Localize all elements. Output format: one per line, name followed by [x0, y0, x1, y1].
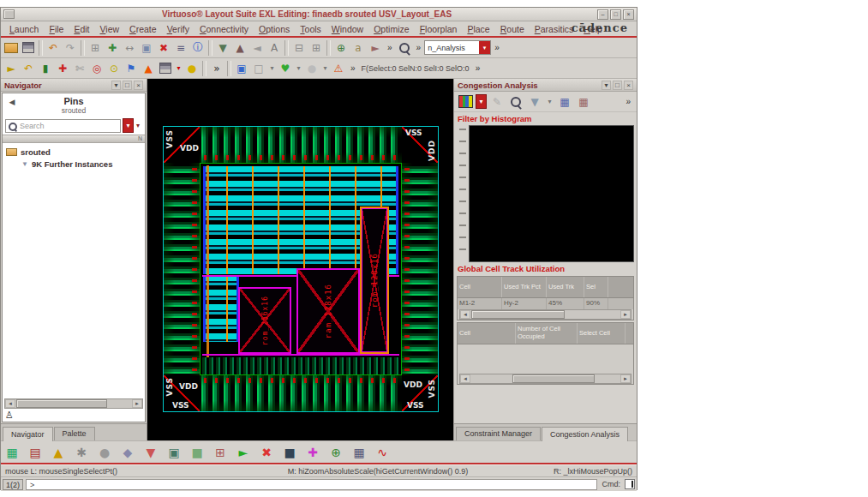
search-input[interactable]: Search [5, 119, 121, 133]
favorites-dropdown[interactable]: ▾ [294, 60, 303, 77]
add-via-icon[interactable]: ✚ [303, 443, 322, 462]
favorites-icon[interactable]: ♥ [277, 60, 294, 77]
menu-verify[interactable]: Verify [162, 23, 195, 35]
navigator-close-icon[interactable]: × [134, 81, 143, 90]
congestion-close-icon[interactable]: × [624, 81, 633, 90]
save-state-dropdown[interactable]: ▾ [174, 60, 183, 77]
probe-icon[interactable]: ► [367, 39, 384, 57]
scroll-right-icon[interactable]: ► [620, 310, 631, 319]
descend-icon[interactable]: ▼ [214, 39, 231, 57]
flame-icon[interactable]: ▲ [140, 60, 157, 77]
menu-launch[interactable]: Launch [4, 23, 44, 35]
collapse-icon[interactable]: ⊞ [308, 39, 325, 57]
menu-options[interactable]: Options [254, 23, 295, 35]
chip-die[interactable]: VSS VDD VSS VDD VSS VDD VSS VDD VSS [163, 126, 439, 412]
sphere-icon[interactable]: ● [95, 443, 114, 462]
lock-icon[interactable]: ⊙ [105, 60, 123, 77]
congestion-float-icon[interactable]: □ [613, 81, 622, 90]
macro-rom-128x16[interactable]: rom_128x16 [360, 207, 389, 354]
tab-congestion-analysis[interactable]: Congestion Analysis [542, 427, 628, 441]
navigator-menu-icon[interactable]: ▾ [111, 81, 121, 90]
macro-rom-256x16[interactable]: rom_256x16 [238, 287, 291, 354]
properties-icon[interactable]: ≡ [172, 39, 189, 57]
funnel-dropdown[interactable]: ▾ [545, 93, 554, 111]
macro-ram-128x16[interactable]: ram_128x16 [296, 268, 360, 354]
back-button[interactable]: ◀ [6, 96, 18, 108]
menu-file[interactable]: File [44, 23, 69, 35]
scroll-right-icon[interactable]: ► [620, 374, 631, 383]
congestion-map-icon[interactable] [457, 93, 474, 111]
scroll-thumb[interactable] [471, 310, 565, 319]
info-icon[interactable]: ⓘ [189, 39, 207, 57]
undo-icon[interactable]: ↶ [45, 39, 62, 57]
menu-edit[interactable]: Edit [69, 23, 94, 35]
warning-icon[interactable]: ⚠ [330, 60, 347, 77]
table-row[interactable]: M1-2 Hy-2 45% 90% [458, 298, 633, 309]
close-button[interactable]: × [623, 9, 634, 20]
text-label-icon[interactable]: A [266, 39, 283, 57]
column-header[interactable]: Cell [458, 277, 502, 297]
floorplan-icon[interactable]: ▤ [26, 443, 45, 462]
window-tool-icon[interactable]: ▣ [165, 443, 183, 462]
connect-icon[interactable]: ⊕ [326, 443, 345, 462]
scroll-left-icon[interactable]: ◄ [460, 374, 470, 383]
search-filter-button[interactable]: ▾ [123, 118, 134, 133]
minimize-button[interactable]: – [597, 9, 608, 20]
edit-filter-icon[interactable]: ✎ [488, 93, 506, 111]
congestion-menu-icon[interactable]: ▾ [602, 81, 611, 90]
menu-window[interactable]: Window [326, 23, 368, 35]
selection-mode-icon[interactable]: ► [3, 60, 20, 77]
toolbar1-overflow-chevron[interactable]: » [384, 43, 396, 52]
histogram-plot[interactable] [469, 125, 634, 262]
save-state-icon[interactable] [157, 60, 174, 77]
table2-hscrollbar[interactable]: ◄ ► [459, 374, 632, 384]
scroll-right-icon[interactable]: ► [132, 399, 142, 408]
search-options-dropdown[interactable]: ▾ [134, 122, 142, 129]
edit-in-place-icon[interactable]: ◄ [248, 39, 266, 57]
window-icon[interactable]: ▣ [233, 60, 250, 77]
wire-assist-icon[interactable]: ✱ [72, 443, 91, 462]
menu-floorplan[interactable]: Floorplan [415, 23, 463, 35]
search-overflow-chevron[interactable]: » [413, 43, 425, 52]
congestion-overflow-chevron[interactable]: » [622, 97, 634, 106]
stretch-icon[interactable]: ↔ [121, 39, 138, 57]
window-menu-icon[interactable] [3, 9, 15, 19]
placement-icon[interactable]: ▦ [3, 443, 21, 462]
scroll-left-icon[interactable]: ◄ [5, 399, 15, 408]
bulb-icon[interactable]: ● [183, 60, 201, 77]
ruler-icon[interactable]: ▮ [37, 60, 54, 77]
status-ball-icon[interactable]: ● [303, 60, 320, 77]
search-tool-icon[interactable] [396, 39, 413, 57]
copy-icon[interactable]: ▣ [138, 39, 155, 57]
chart-view-icon[interactable]: ▦ [575, 93, 592, 111]
cell-icon[interactable]: ■ [188, 443, 207, 462]
move-icon[interactable]: ✚ [104, 39, 121, 57]
layout-canvas[interactable]: VSS VDD VSS VDD VSS VDD VSS VDD VSS [147, 79, 453, 440]
open-design-icon[interactable] [3, 39, 20, 57]
column-header[interactable]: Used Trk [547, 277, 584, 297]
flag-icon[interactable]: ⚑ [123, 60, 140, 77]
tab-palette[interactable]: Palette [54, 427, 95, 440]
column-header[interactable]: Cell [458, 323, 516, 344]
delete-icon[interactable]: ✖ [155, 39, 172, 57]
pin-placement-icon[interactable]: ▲ [49, 443, 68, 462]
navigator-float-icon[interactable]: □ [123, 81, 132, 90]
navigator-hscrollbar[interactable]: ◄ ► [4, 398, 143, 409]
congestion-map-dropdown[interactable]: ▾ [476, 94, 487, 109]
tab-navigator[interactable]: Navigator [3, 427, 53, 441]
drc-icon[interactable]: ✖ [257, 443, 276, 462]
save-icon[interactable] [20, 39, 37, 57]
table1-hscrollbar[interactable]: ◄ ► [459, 309, 632, 320]
combo-overflow-chevron[interactable]: » [491, 43, 503, 52]
maximize-button[interactable]: □ [610, 9, 621, 20]
menu-route[interactable]: Route [495, 23, 530, 35]
run-icon[interactable]: ► [234, 443, 253, 462]
column-header[interactable]: Used Trk Pct [502, 277, 547, 297]
cut-icon[interactable]: ✄ [71, 60, 88, 77]
tree-item-srouted[interactable]: srouted [4, 146, 143, 158]
cmd-input-box[interactable] [625, 479, 635, 489]
filter-tool-icon[interactable]: ▼ [141, 443, 160, 462]
analysis-combobox-dropdown[interactable]: ▾ [479, 41, 490, 54]
target-icon[interactable]: ◎ [88, 60, 105, 77]
menu-place[interactable]: Place [462, 23, 494, 35]
